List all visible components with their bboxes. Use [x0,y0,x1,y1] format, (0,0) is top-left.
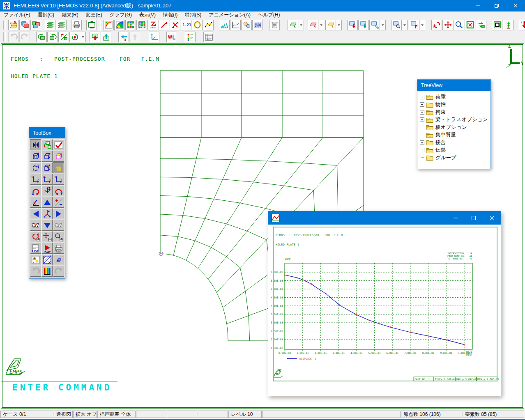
probe-search-button[interactable] [391,20,402,30]
menu-item-result[interactable]: 結果(R) [58,11,82,18]
fit-mirror-button[interactable] [30,139,41,150]
rotate-y-button[interactable]: Y [53,185,64,196]
mesh-color-tiles-button[interactable] [125,20,136,30]
view-pan-button[interactable] [442,20,453,30]
rotate-free-button[interactable]: P [69,32,80,42]
cube-dotted-button[interactable] [30,162,41,173]
tree-item[interactable]: +物性 [417,101,490,109]
graph-bars-button[interactable] [252,20,263,30]
tri-up-button[interactable] [41,197,53,208]
probe-mark-button[interactable] [409,20,419,30]
push-up-button[interactable] [101,32,111,42]
menu-item-special[interactable]: 特別(S) [181,11,205,18]
tri-right-button[interactable] [53,208,64,219]
rotate-view-right-button[interactable] [47,32,58,42]
draw-layers-button[interactable] [45,20,55,30]
apply-check-button[interactable] [53,139,64,150]
report-scroll-button[interactable] [269,20,280,30]
toolbar-grip[interactable] [3,32,6,41]
undo-button[interactable] [8,32,19,42]
view-refresh-button[interactable] [476,20,486,30]
result-layer-yellow-dropdown[interactable] [336,20,342,30]
tree-item[interactable]: グループ [417,154,490,162]
tree-item[interactable]: +拘束 [417,108,490,116]
mesh-color-tiles-dense-button[interactable] [136,20,147,30]
section-path-button[interactable] [203,20,214,30]
frame-box-button[interactable] [492,20,502,30]
expand-plus-icon[interactable]: + [420,110,424,115]
play-anim-button[interactable]: PLAY [41,243,53,254]
clipboard-capture-button[interactable] [86,20,97,30]
tree-item[interactable]: +伝熱 [417,147,490,154]
open-file-button[interactable] [8,20,19,30]
history-forward-button[interactable] [129,32,140,42]
list-table-button[interactable]: LIST [203,32,214,42]
graph-window-title-bar[interactable] [268,211,501,225]
result-layer-green-button[interactable] [288,20,298,30]
eyes-off-button[interactable] [53,220,64,231]
deform-z-button[interactable] [147,20,158,30]
graph-minimize-button[interactable] [447,211,465,225]
window-overlap-button[interactable] [30,20,41,30]
minimize-button[interactable] [468,0,487,11]
push-down-button[interactable] [90,32,100,42]
value-123-button[interactable]: 1.23 [181,20,191,30]
graph-close-icon[interactable] [483,211,501,225]
treeview-title-bar[interactable]: TreeView [417,80,490,91]
rotate-x-button[interactable]: X [30,185,41,196]
result-layer-yellow-button[interactable] [325,20,336,30]
axis-zx-button[interactable]: ZX [41,174,53,185]
view-rotate-button[interactable] [431,20,442,30]
menu-item-help[interactable]: ヘルプ(H) [254,11,284,18]
undo-gray-button[interactable] [30,266,41,277]
menu-item-file[interactable]: ファイル(F) [0,11,34,18]
print-button[interactable] [71,20,82,30]
tree-item[interactable]: 集中質量 [417,131,490,139]
draw-layers-alt-button[interactable] [56,20,67,30]
graph-faces-button[interactable] [241,20,252,30]
axis-zy-button[interactable]: ZY [53,174,64,185]
menu-item-info[interactable]: 情報(I) [159,11,181,18]
title-bar[interactable]: FEMLEEG Ver.10 [FEMOS V22.0.8] (Advanced… [0,0,525,11]
tree-item[interactable]: +接合 [417,139,490,147]
result-layer-red-dropdown[interactable] [319,20,324,30]
menu-item-graph[interactable]: グラフ(G) [106,11,136,18]
axis-yx-button[interactable]: YX [30,174,41,185]
expand-plus-icon[interactable]: + [420,148,424,152]
expand-plus-icon[interactable]: + [420,95,424,99]
menu-item-select[interactable]: 選択(C) [34,11,58,18]
menu-item-view[interactable]: 表示(V) [136,11,159,18]
contour-fill-button[interactable] [114,20,125,30]
draw-marks-button[interactable] [30,254,41,265]
frame-tree-button[interactable] [503,20,513,30]
graph-maximize-button[interactable] [465,211,483,225]
close-icon[interactable] [506,0,525,11]
mouse-pan-button[interactable] [41,231,53,242]
probe-search-dropdown[interactable] [402,20,408,30]
vector-arrow-button[interactable] [159,20,169,30]
window-cascade-button[interactable] [19,20,30,30]
expand-plus-icon[interactable]: + [420,140,424,145]
tri-left-button[interactable] [30,208,41,219]
tree-item[interactable]: +梁・トラスオプション [417,116,490,124]
restore-button[interactable] [487,0,506,11]
pan-hand-button[interactable] [53,162,64,173]
view-fit-button[interactable] [465,20,475,30]
redo-button[interactable] [19,32,30,42]
result-layer-green-dropdown[interactable] [299,20,304,30]
cube-wire-button[interactable] [41,151,53,162]
case-first-button[interactable] [347,20,358,30]
contour-rainbow-button[interactable] [103,20,114,30]
tree-item[interactable]: +荷重 [417,93,490,101]
vector-cross-button[interactable] [170,20,180,30]
mouse-zoom-button[interactable] [53,231,64,242]
toolbox-title-bar[interactable]: ToolBox [29,127,65,138]
load-arrow-down-button[interactable] [519,20,525,30]
rotate-z-button[interactable]: Z [41,185,53,196]
color-scale-button[interactable] [41,266,53,277]
case-prev-button[interactable] [358,20,369,30]
expand-plus-icon[interactable]: + [420,102,424,107]
angle-view-button[interactable] [30,197,41,208]
rotate-view-left-button[interactable] [36,32,47,42]
hatch-lines-button[interactable] [41,254,53,265]
